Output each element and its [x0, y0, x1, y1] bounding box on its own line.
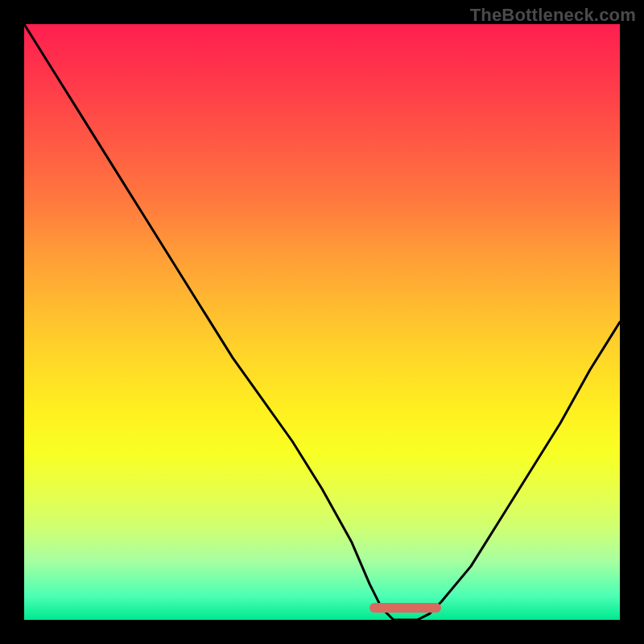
chart-frame: TheBottleneck.com: [0, 0, 644, 644]
plot-area: [24, 24, 620, 620]
watermark-text: TheBottleneck.com: [470, 5, 636, 26]
optimal-range-marker: [369, 603, 441, 613]
bottleneck-curve: [24, 24, 620, 620]
